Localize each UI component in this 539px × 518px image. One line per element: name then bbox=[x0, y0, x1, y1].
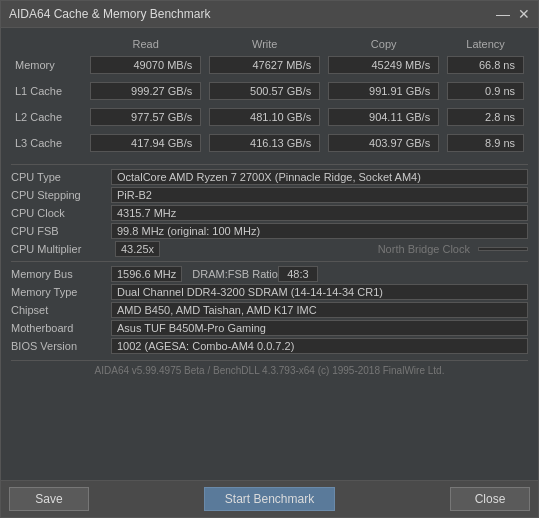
divider-1 bbox=[11, 164, 528, 165]
dram-fsb-label: DRAM:FSB Ratio bbox=[192, 268, 278, 280]
main-content: Read Write Copy Latency Memory 49070 MB/… bbox=[1, 28, 538, 480]
motherboard-row: Motherboard Asus TUF B450M-Pro Gaming bbox=[11, 320, 528, 336]
bios-value: 1002 (AGESA: Combo-AM4 0.0.7.2) bbox=[111, 338, 528, 354]
row-copy: 904.11 GB/s bbox=[324, 106, 443, 128]
dram-fsb-value: 48:3 bbox=[278, 266, 318, 282]
cpu-fsb-label: CPU FSB bbox=[11, 225, 111, 237]
close-window-button[interactable]: Close bbox=[450, 487, 530, 511]
row-write: 500.57 GB/s bbox=[205, 80, 324, 102]
cpu-type-row: CPU Type OctalCore AMD Ryzen 7 2700X (Pi… bbox=[11, 169, 528, 185]
motherboard-label: Motherboard bbox=[11, 322, 111, 334]
row-read: 417.94 GB/s bbox=[86, 132, 205, 154]
memory-bus-row: Memory Bus 1596.6 MHz DRAM:FSB Ratio 48:… bbox=[11, 266, 528, 282]
bios-row: BIOS Version 1002 (AGESA: Combo-AM4 0.0.… bbox=[11, 338, 528, 354]
cpu-stepping-value: PiR-B2 bbox=[111, 187, 528, 203]
cpu-type-label: CPU Type bbox=[11, 171, 111, 183]
table-row: L1 Cache 999.27 GB/s 500.57 GB/s 991.91 … bbox=[11, 80, 528, 102]
table-header-row: Read Write Copy Latency bbox=[11, 36, 528, 54]
col-header-write: Write bbox=[205, 36, 324, 54]
row-label: L2 Cache bbox=[11, 106, 86, 128]
col-header-read: Read bbox=[86, 36, 205, 54]
chipset-row: Chipset AMD B450, AMD Taishan, AMD K17 I… bbox=[11, 302, 528, 318]
divider-2 bbox=[11, 261, 528, 262]
close-button[interactable]: ✕ bbox=[518, 7, 530, 21]
bios-label: BIOS Version bbox=[11, 340, 111, 352]
cpu-multiplier-label: CPU Multiplier bbox=[11, 243, 111, 255]
row-read: 49070 MB/s bbox=[86, 54, 205, 76]
col-header-latency: Latency bbox=[443, 36, 528, 54]
table-row: Memory 49070 MB/s 47627 MB/s 45249 MB/s … bbox=[11, 54, 528, 76]
row-copy: 45249 MB/s bbox=[324, 54, 443, 76]
memory-type-label: Memory Type bbox=[11, 286, 111, 298]
cpu-fsb-value: 99.8 MHz (original: 100 MHz) bbox=[111, 223, 528, 239]
chipset-label: Chipset bbox=[11, 304, 111, 316]
info-section: CPU Type OctalCore AMD Ryzen 7 2700X (Pi… bbox=[11, 169, 528, 356]
minimize-button[interactable]: — bbox=[496, 7, 510, 21]
table-row: L2 Cache 977.57 GB/s 481.10 GB/s 904.11 … bbox=[11, 106, 528, 128]
motherboard-value: Asus TUF B450M-Pro Gaming bbox=[111, 320, 528, 336]
memory-type-value: Dual Channel DDR4-3200 SDRAM (14-14-14-3… bbox=[111, 284, 528, 300]
cpu-multiplier-row: CPU Multiplier 43.25x North Bridge Clock bbox=[11, 241, 528, 257]
row-latency: 8.9 ns bbox=[443, 132, 528, 154]
row-label: Memory bbox=[11, 54, 86, 76]
row-read: 977.57 GB/s bbox=[86, 106, 205, 128]
row-write: 47627 MB/s bbox=[205, 54, 324, 76]
memory-bus-value: 1596.6 MHz bbox=[111, 266, 182, 282]
row-latency: 66.8 ns bbox=[443, 54, 528, 76]
row-label: L1 Cache bbox=[11, 80, 86, 102]
nb-clock-value bbox=[478, 247, 528, 251]
cpu-clock-label: CPU Clock bbox=[11, 207, 111, 219]
cpu-stepping-label: CPU Stepping bbox=[11, 189, 111, 201]
row-write: 416.13 GB/s bbox=[205, 132, 324, 154]
cpu-clock-row: CPU Clock 4315.7 MHz bbox=[11, 205, 528, 221]
row-latency: 2.8 ns bbox=[443, 106, 528, 128]
chipset-value: AMD B450, AMD Taishan, AMD K17 IMC bbox=[111, 302, 528, 318]
button-bar: Save Start Benchmark Close bbox=[1, 480, 538, 517]
col-header-label bbox=[11, 36, 86, 54]
save-button[interactable]: Save bbox=[9, 487, 89, 511]
row-latency: 0.9 ns bbox=[443, 80, 528, 102]
col-header-copy: Copy bbox=[324, 36, 443, 54]
window-title: AIDA64 Cache & Memory Benchmark bbox=[9, 7, 210, 21]
row-read: 999.27 GB/s bbox=[86, 80, 205, 102]
table-row: L3 Cache 417.94 GB/s 416.13 GB/s 403.97 … bbox=[11, 132, 528, 154]
row-label: L3 Cache bbox=[11, 132, 86, 154]
nb-clock-label: North Bridge Clock bbox=[378, 243, 470, 255]
benchmark-table: Read Write Copy Latency Memory 49070 MB/… bbox=[11, 36, 528, 154]
row-copy: 991.91 GB/s bbox=[324, 80, 443, 102]
row-copy: 403.97 GB/s bbox=[324, 132, 443, 154]
cpu-type-value: OctalCore AMD Ryzen 7 2700X (Pinnacle Ri… bbox=[111, 169, 528, 185]
main-window: AIDA64 Cache & Memory Benchmark — ✕ Read… bbox=[0, 0, 539, 518]
memory-bus-label: Memory Bus bbox=[11, 268, 111, 280]
cpu-clock-value: 4315.7 MHz bbox=[111, 205, 528, 221]
memory-type-row: Memory Type Dual Channel DDR4-3200 SDRAM… bbox=[11, 284, 528, 300]
footer-text: AIDA64 v5.99.4975 Beta / BenchDLL 4.3.79… bbox=[11, 360, 528, 376]
cpu-multiplier-value: 43.25x bbox=[115, 241, 160, 257]
start-benchmark-button[interactable]: Start Benchmark bbox=[204, 487, 335, 511]
title-bar: AIDA64 Cache & Memory Benchmark — ✕ bbox=[1, 1, 538, 28]
cpu-stepping-row: CPU Stepping PiR-B2 bbox=[11, 187, 528, 203]
row-write: 481.10 GB/s bbox=[205, 106, 324, 128]
title-controls: — ✕ bbox=[496, 7, 530, 21]
cpu-fsb-row: CPU FSB 99.8 MHz (original: 100 MHz) bbox=[11, 223, 528, 239]
